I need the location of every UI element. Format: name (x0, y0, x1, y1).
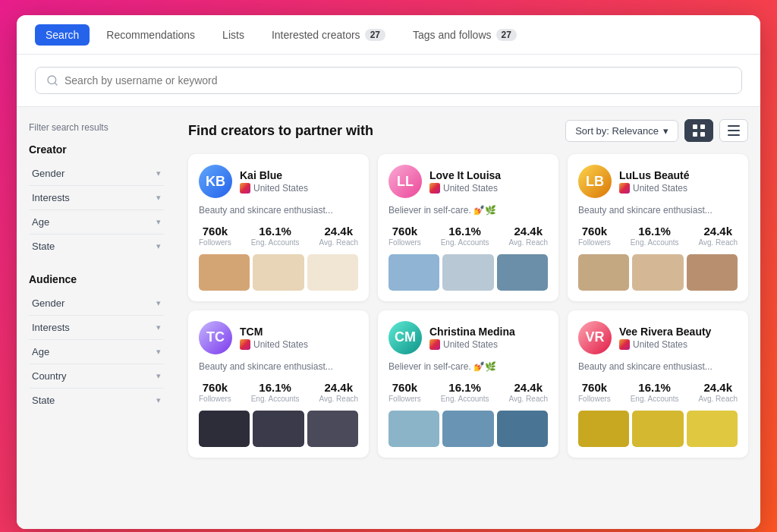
creator-card[interactable]: LL Love It Louisa United States Believer… (378, 154, 558, 301)
nav-tab-lists[interactable]: Lists (212, 24, 255, 46)
creator-card[interactable]: LB LuLus Beauté United States Beauty and… (568, 154, 748, 301)
nav-tab-search[interactable]: Search (35, 24, 90, 46)
svg-line-1 (55, 83, 57, 85)
creator-thumbnail-1 (578, 411, 629, 447)
instagram-icon (429, 339, 440, 350)
creator-images (578, 254, 738, 291)
filter-audience-age[interactable]: Age▾ (29, 340, 164, 364)
creator-thumbnail-1 (388, 411, 439, 447)
stat-followers: 760k Followers (199, 381, 231, 403)
creator-stats: 760k Followers 16.1% Eng. Accounts 24.4k… (578, 381, 738, 403)
creator-location: United States (240, 183, 358, 194)
svg-rect-5 (700, 132, 705, 137)
creator-name: LuLus Beauté (619, 169, 738, 181)
creator-thumbnail-2 (253, 254, 304, 291)
filter-creator-gender[interactable]: Gender▾ (29, 162, 164, 186)
search-input[interactable] (64, 74, 731, 87)
grid-icon (693, 124, 705, 137)
creator-thumbnail-3 (497, 411, 548, 447)
creator-grid-area: Find creators to partner with Sort by: R… (176, 107, 760, 529)
card-header: CM Christina Medina United States (388, 321, 548, 354)
creator-thumbnail-2 (442, 254, 493, 291)
creator-thumbnail-1 (388, 254, 439, 291)
avatar: CM (388, 321, 422, 354)
tab-badge-interested: 27 (365, 29, 385, 41)
filter-audience-gender[interactable]: Gender▾ (29, 291, 164, 316)
creator-thumbnail-3 (307, 411, 358, 447)
search-input-wrap (35, 67, 742, 94)
creator-images (388, 254, 548, 291)
creator-thumbnail-1 (199, 411, 250, 447)
creator-thumbnail-2 (253, 411, 304, 447)
creator-thumbnail-1 (578, 254, 629, 291)
stat-avg-reach: 24.4k Avg. Reach (508, 225, 548, 247)
search-area (17, 55, 760, 107)
instagram-icon (240, 339, 250, 350)
creator-bio: Beauty and skincare enthusiast... (578, 204, 738, 217)
filter-audience-state[interactable]: State▾ (29, 389, 164, 412)
chevron-down-icon: ▾ (156, 241, 161, 251)
filter-creator-age[interactable]: Age▾ (29, 210, 164, 235)
page-title: Find creators to partner with (188, 123, 373, 139)
chevron-down-icon: ▾ (156, 371, 161, 381)
svg-rect-8 (728, 134, 740, 136)
stat-followers: 760k Followers (578, 225, 611, 247)
creator-section-title: Creator (29, 143, 164, 156)
audience-filters: Gender▾Interests▾Age▾Country▾State▾ (29, 291, 164, 412)
creator-images (199, 254, 358, 291)
creator-thumbnail-1 (199, 254, 250, 291)
stat-followers: 760k Followers (388, 381, 421, 403)
chevron-down-icon: ▾ (156, 168, 161, 178)
creator-location: United States (429, 183, 548, 194)
creator-bio: Beauty and skincare enthusiast... (578, 360, 738, 373)
stat-eng-accounts: 16.1% Eng. Accounts (251, 225, 300, 247)
filter-audience-interests[interactable]: Interests▾ (29, 316, 164, 340)
sort-button[interactable]: Sort by: Relevance ▾ (565, 120, 678, 142)
card-header: KB Kai Blue United States (199, 165, 358, 198)
creator-images (199, 411, 358, 447)
creator-card[interactable]: TC TCM United States Beauty and skincare… (188, 310, 369, 458)
stat-avg-reach: 24.4k Avg. Reach (319, 381, 358, 403)
grid-controls: Sort by: Relevance ▾ (565, 119, 748, 142)
creator-card[interactable]: VR Vee Rivera Beauty United States Beaut… (568, 310, 748, 458)
list-icon (728, 124, 740, 137)
creator-grid: KB Kai Blue United States Beauty and ski… (188, 154, 748, 458)
avatar: LL (388, 165, 422, 198)
creator-name: Kai Blue (240, 169, 358, 181)
svg-rect-4 (693, 132, 697, 137)
filter-creator-state[interactable]: State▾ (29, 235, 164, 258)
stat-eng-accounts: 16.1% Eng. Accounts (631, 381, 679, 403)
creator-bio: Beauty and skincare enthusiast... (199, 204, 358, 217)
creator-stats: 760k Followers 16.1% Eng. Accounts 24.4k… (388, 225, 548, 247)
chevron-down-icon: ▾ (156, 347, 161, 357)
chevron-down-icon: ▾ (156, 217, 161, 227)
chevron-down-icon: ▾ (156, 395, 161, 405)
stat-avg-reach: 24.4k Avg. Reach (698, 225, 738, 247)
filter-creator-interests[interactable]: Interests▾ (29, 186, 164, 210)
svg-rect-3 (700, 124, 705, 129)
nav-tab-tags[interactable]: Tags and follows27 (402, 24, 527, 46)
list-view-button[interactable] (719, 119, 748, 142)
nav-tab-recommendations[interactable]: Recommendations (96, 24, 206, 46)
svg-rect-2 (693, 124, 697, 129)
instagram-icon (240, 183, 250, 194)
stat-followers: 760k Followers (199, 225, 231, 247)
creator-name: Christina Medina (429, 326, 548, 338)
stat-followers: 760k Followers (388, 225, 421, 247)
filter-audience-country[interactable]: Country▾ (29, 364, 164, 389)
chevron-down-icon: ▾ (156, 323, 161, 332)
creator-location: United States (429, 339, 548, 350)
stat-eng-accounts: 16.1% Eng. Accounts (441, 225, 489, 247)
creator-card[interactable]: CM Christina Medina United States Believ… (378, 310, 558, 458)
top-nav: SearchRecommendationsListsInterested cre… (17, 15, 760, 55)
stat-eng-accounts: 16.1% Eng. Accounts (251, 381, 300, 403)
creator-thumbnail-3 (687, 411, 738, 447)
creator-card[interactable]: KB Kai Blue United States Beauty and ski… (188, 154, 369, 301)
creator-thumbnail-3 (307, 254, 358, 291)
creator-stats: 760k Followers 16.1% Eng. Accounts 24.4k… (388, 381, 548, 403)
avatar: LB (578, 165, 612, 198)
main-content: Filter search results Creator Gender▾Int… (17, 107, 760, 529)
grid-view-button[interactable] (684, 119, 713, 142)
nav-tab-interested[interactable]: Interested creators27 (261, 24, 396, 46)
creator-thumbnail-2 (632, 411, 683, 447)
